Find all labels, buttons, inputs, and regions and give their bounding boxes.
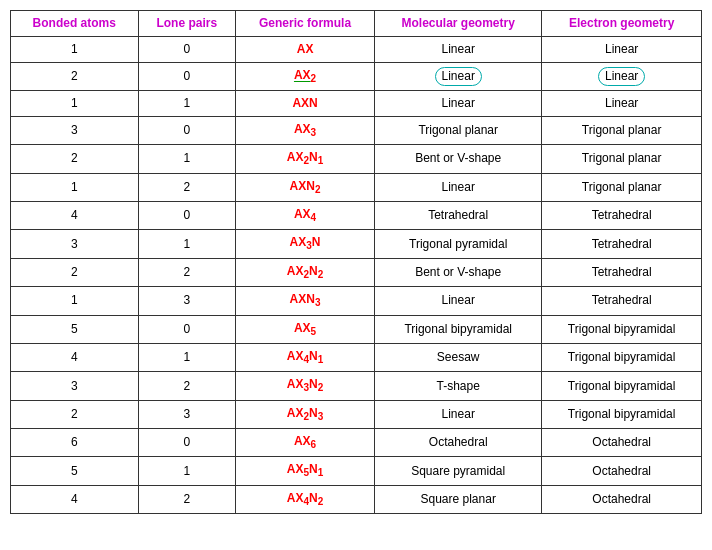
molecular-geometry: Linear — [375, 400, 542, 428]
electron-geometry: Octahedral — [542, 457, 702, 485]
lone-pairs: 0 — [138, 315, 236, 343]
molecular-geometry: Octahedral — [375, 429, 542, 457]
molecular-geometry: Trigonal pyramidal — [375, 230, 542, 258]
electron-geometry: Linear — [542, 62, 702, 90]
generic-formula: AX2 — [236, 62, 375, 90]
generic-formula: AX6 — [236, 429, 375, 457]
lone-pairs: 0 — [138, 36, 236, 62]
electron-geometry: Trigonal bipyramidal — [542, 315, 702, 343]
bonded-atoms: 4 — [11, 343, 139, 371]
bonded-atoms: 1 — [11, 90, 139, 116]
molecular-geometry: Trigonal planar — [375, 116, 542, 144]
generic-formula: AX5 — [236, 315, 375, 343]
bonded-atoms: 3 — [11, 116, 139, 144]
molecular-geometry: Seesaw — [375, 343, 542, 371]
generic-formula: AX4N2 — [236, 485, 375, 513]
bonded-atoms: 5 — [11, 457, 139, 485]
bonded-atoms: 2 — [11, 258, 139, 286]
molecular-geometry: T-shape — [375, 372, 542, 400]
table-row: 31AX3NTrigonal pyramidalTetrahedral — [11, 230, 702, 258]
lone-pairs: 0 — [138, 201, 236, 229]
lone-pairs: 0 — [138, 116, 236, 144]
lone-pairs: 2 — [138, 485, 236, 513]
generic-formula: AX3 — [236, 116, 375, 144]
lone-pairs: 2 — [138, 258, 236, 286]
column-header: Bonded atoms — [11, 11, 139, 37]
electron-geometry: Trigonal planar — [542, 173, 702, 201]
molecular-geometry: Linear — [375, 62, 542, 90]
lone-pairs: 0 — [138, 429, 236, 457]
molecular-geometry: Bent or V-shape — [375, 258, 542, 286]
lone-pairs: 3 — [138, 400, 236, 428]
table-row: 20AX2LinearLinear — [11, 62, 702, 90]
lone-pairs: 1 — [138, 457, 236, 485]
generic-formula: AX — [236, 36, 375, 62]
table-row: 50AX5Trigonal bipyramidalTrigonal bipyra… — [11, 315, 702, 343]
generic-formula: AX5N1 — [236, 457, 375, 485]
table-row: 41AX4N1SeesawTrigonal bipyramidal — [11, 343, 702, 371]
generic-formula: AX2N2 — [236, 258, 375, 286]
bonded-atoms: 1 — [11, 287, 139, 315]
electron-geometry: Trigonal bipyramidal — [542, 400, 702, 428]
electron-geometry: Trigonal planar — [542, 145, 702, 173]
table-row: 10AXLinearLinear — [11, 36, 702, 62]
electron-geometry: Octahedral — [542, 429, 702, 457]
lone-pairs: 1 — [138, 145, 236, 173]
molecular-geometry: Square planar — [375, 485, 542, 513]
molecular-geometry: Trigonal bipyramidal — [375, 315, 542, 343]
table-row: 30AX3Trigonal planarTrigonal planar — [11, 116, 702, 144]
molecular-geometry: Linear — [375, 173, 542, 201]
column-header: Molecular geometry — [375, 11, 542, 37]
electron-geometry: Tetrahedral — [542, 258, 702, 286]
table-row: 40AX4TetrahedralTetrahedral — [11, 201, 702, 229]
generic-formula: AX3N2 — [236, 372, 375, 400]
generic-formula: AX4 — [236, 201, 375, 229]
bonded-atoms: 4 — [11, 201, 139, 229]
bonded-atoms: 2 — [11, 145, 139, 173]
table-row: 13AXN3LinearTetrahedral — [11, 287, 702, 315]
table-row: 51AX5N1Square pyramidalOctahedral — [11, 457, 702, 485]
electron-geometry: Linear — [542, 36, 702, 62]
table-row: 21AX2N1Bent or V-shapeTrigonal planar — [11, 145, 702, 173]
bonded-atoms: 6 — [11, 429, 139, 457]
table-row: 11AXNLinearLinear — [11, 90, 702, 116]
molecular-geometry: Linear — [375, 287, 542, 315]
electron-geometry: Octahedral — [542, 485, 702, 513]
vsepr-table: Bonded atomsLone pairsGeneric formulaMol… — [10, 10, 702, 514]
electron-geometry: Trigonal bipyramidal — [542, 343, 702, 371]
molecular-geometry: Tetrahedral — [375, 201, 542, 229]
table-row: 22AX2N2Bent or V-shapeTetrahedral — [11, 258, 702, 286]
molecular-geometry: Linear — [375, 90, 542, 116]
generic-formula: AXN — [236, 90, 375, 116]
lone-pairs: 1 — [138, 230, 236, 258]
molecular-geometry: Square pyramidal — [375, 457, 542, 485]
generic-formula: AX2N3 — [236, 400, 375, 428]
generic-formula: AXN2 — [236, 173, 375, 201]
column-header: Lone pairs — [138, 11, 236, 37]
electron-geometry: Tetrahedral — [542, 287, 702, 315]
table-row: 12AXN2LinearTrigonal planar — [11, 173, 702, 201]
electron-geometry: Trigonal planar — [542, 116, 702, 144]
lone-pairs: 3 — [138, 287, 236, 315]
electron-geometry: Trigonal bipyramidal — [542, 372, 702, 400]
generic-formula: AX2N1 — [236, 145, 375, 173]
column-header: Electron geometry — [542, 11, 702, 37]
table-row: 32AX3N2T-shapeTrigonal bipyramidal — [11, 372, 702, 400]
bonded-atoms: 3 — [11, 230, 139, 258]
table-row: 42AX4N2Square planarOctahedral — [11, 485, 702, 513]
bonded-atoms: 1 — [11, 36, 139, 62]
generic-formula: AXN3 — [236, 287, 375, 315]
molecular-geometry: Bent or V-shape — [375, 145, 542, 173]
table-row: 23AX2N3LinearTrigonal bipyramidal — [11, 400, 702, 428]
electron-geometry: Linear — [542, 90, 702, 116]
bonded-atoms: 1 — [11, 173, 139, 201]
lone-pairs: 1 — [138, 90, 236, 116]
electron-geometry: Tetrahedral — [542, 230, 702, 258]
bonded-atoms: 5 — [11, 315, 139, 343]
lone-pairs: 2 — [138, 372, 236, 400]
bonded-atoms: 2 — [11, 400, 139, 428]
generic-formula: AX4N1 — [236, 343, 375, 371]
bonded-atoms: 2 — [11, 62, 139, 90]
lone-pairs: 2 — [138, 173, 236, 201]
table-row: 60AX6OctahedralOctahedral — [11, 429, 702, 457]
